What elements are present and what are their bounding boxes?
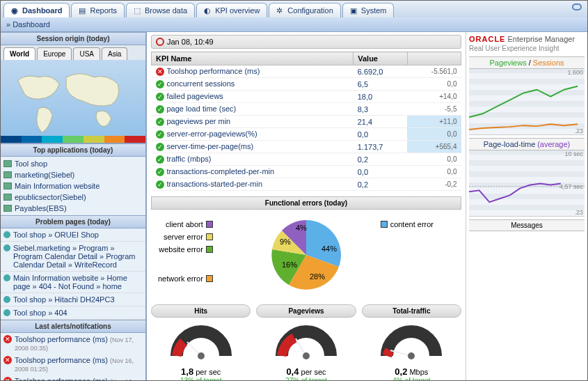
kpi-row[interactable]: ✓pageviews per min21,4+11,0 <box>152 116 461 128</box>
svg-text:4%: 4% <box>296 224 307 232</box>
kpi-row[interactable]: ✓page load time (sec)8,3-5,5 <box>152 103 461 116</box>
svg-text:9%: 9% <box>280 238 291 246</box>
page-icon <box>3 244 10 251</box>
dashboard-icon: ◉ <box>11 6 19 15</box>
tab-kpi[interactable]: ◐KPI overview <box>196 3 267 17</box>
kpi-table: KPI NameValue ✕Toolshop performance (ms)… <box>151 52 461 191</box>
gauge-pageviews[interactable]: Pageviews 0,4 per sec 27% of target <box>256 304 356 381</box>
kpi-col-name[interactable]: KPI Name <box>152 52 353 65</box>
config-icon: ✲ <box>276 6 285 15</box>
kpi-row[interactable]: ✓failed pageviews18,0+14,0 <box>152 91 461 103</box>
page-icon <box>3 309 10 316</box>
brand-sub: Real User Experience Insight <box>469 45 585 52</box>
alert-item[interactable]: ✕Toolshop performance (ms) (Nov 16, 2008… <box>1 375 145 381</box>
kpi-row[interactable]: ✓transactions-started-per-min0,2-0,2 <box>152 178 461 191</box>
tab-system[interactable]: ▣System <box>342 3 395 17</box>
functional-errors-header: Functional errors (today) <box>151 196 461 210</box>
problem-item[interactable]: Tool shop » ORUEI Shop <box>1 228 145 242</box>
ok-icon: ✓ <box>156 155 164 164</box>
main-tabs: ◉Dashboard ▤Reports ⬚Browse data ◐KPI ov… <box>1 1 587 17</box>
error-icon: ✕ <box>3 377 12 381</box>
map-tab-europe[interactable]: Europe <box>37 47 72 60</box>
kpi-col-value[interactable]: Value <box>353 52 407 65</box>
pie-legend-left: client abort server error website error … <box>158 220 213 287</box>
world-map[interactable] <box>1 60 145 143</box>
kpi-row[interactable]: ✓traffic (mbps)0,20,0 <box>152 153 461 166</box>
alert-item[interactable]: ✕Toolshop performance (ms) (Nov 17, 2008… <box>1 333 145 354</box>
spark1-chart[interactable]: 1.600 .23 <box>469 69 585 135</box>
kpi-row[interactable]: ✓server-error-pageviews(%)0,00,0 <box>152 128 461 141</box>
gauges-row: Hits 1,8 per sec 13% of target Pageviews… <box>151 304 461 381</box>
problem-item[interactable]: Tool shop » Hitachi DH24PC3 <box>1 293 145 306</box>
pie-legend-right: content error <box>381 220 434 228</box>
ok-icon: ✓ <box>156 80 164 88</box>
ok-icon: ✓ <box>156 143 164 151</box>
top-apps-header: Top applications (today) <box>1 143 145 157</box>
problem-pages-header: Problem pages (today) <box>1 215 145 228</box>
app-icon <box>3 205 12 212</box>
spark1-header: Pageviews / Sessions <box>469 56 585 69</box>
tab-config[interactable]: ✲Configuration <box>269 3 340 17</box>
kpi-row[interactable]: ✓concurrent sessions6,50,0 <box>152 78 461 91</box>
ok-icon: ✓ <box>156 168 164 176</box>
svg-text:28%: 28% <box>310 272 325 281</box>
app-icon <box>3 160 12 167</box>
app-icon <box>3 194 12 201</box>
system-icon: ▣ <box>350 6 358 15</box>
kpi-row[interactable]: ✓server-time-per-page(ms)1.173,7+565,4 <box>152 141 461 153</box>
app-item[interactable]: Main Information website <box>3 180 143 192</box>
app-item[interactable]: Tool shop <box>3 158 143 169</box>
timestamp-bar: Jan 08, 10:49 <box>151 35 461 49</box>
session-origin-header: Session origin (today) <box>1 32 145 45</box>
tab-reports[interactable]: ▤Reports <box>71 3 125 17</box>
spark2-chart[interactable]: 10 sec 4,57 sec .23 <box>469 150 585 217</box>
ok-icon: ✓ <box>156 105 164 114</box>
messages-header: Messages <box>469 219 585 231</box>
svg-point-6 <box>198 352 205 359</box>
error-icon: ✕ <box>3 356 12 364</box>
error-icon: ✕ <box>3 335 12 343</box>
app-item[interactable]: epublicsector(Siebel) <box>3 192 143 203</box>
svg-text:44%: 44% <box>321 244 337 253</box>
spark2-header: Page-load-time (average) <box>469 138 585 150</box>
map-tab-asia[interactable]: Asia <box>102 47 127 60</box>
alerts-header: Last alerts/notifcations <box>1 320 145 333</box>
app-icon <box>3 182 12 189</box>
tab-browse[interactable]: ⬚Browse data <box>126 3 195 17</box>
kpi-icon: ◐ <box>204 6 212 15</box>
problem-item[interactable]: Main Information website » Home page » 4… <box>1 272 145 293</box>
ok-icon: ✓ <box>156 180 164 189</box>
ok-icon: ✓ <box>156 118 164 126</box>
pie-chart[interactable]: client abort server error website error … <box>151 210 461 300</box>
breadcrumb: » Dashboard <box>1 17 587 32</box>
kpi-row[interactable]: ✓transactions-completed-per-min0,00,0 <box>152 166 461 178</box>
tab-dashboard[interactable]: ◉Dashboard <box>3 3 70 17</box>
map-tabs: World Europe USA Asia <box>1 45 145 60</box>
app-item[interactable]: marketing(Siebel) <box>3 169 143 180</box>
timestamp-text: Jan 08, 10:49 <box>167 38 214 46</box>
app-item[interactable]: Payables(EBS) <box>3 203 143 214</box>
kpi-row[interactable]: ✕Toolshop performance (ms)6.692,0-5.561,… <box>152 65 461 78</box>
problem-item[interactable]: Siebel.marketing » Program » Program Cal… <box>1 242 145 272</box>
ok-icon: ✓ <box>156 130 164 139</box>
page-icon <box>3 274 10 281</box>
gauge-hits[interactable]: Hits 1,8 per sec 13% of target <box>151 304 251 381</box>
app-icon <box>3 171 12 178</box>
sidebar: Session origin (today) World Europe USA … <box>1 32 147 381</box>
brand: ORACLE Enterprise Manager <box>469 35 585 43</box>
problem-item[interactable]: Tool shop » 404 <box>1 306 145 320</box>
app-list: Tool shop marketing(Siebel) Main Informa… <box>1 157 145 215</box>
reports-icon: ▤ <box>79 6 87 15</box>
gauge-traffic[interactable]: Total-traffic 0,2 Mbps 4% of target <box>362 304 461 381</box>
clock-icon <box>156 38 164 46</box>
pill-icon <box>572 3 582 10</box>
alert-item[interactable]: ✕Toolshop performance (ms) (Nov 16, 2008… <box>1 354 145 375</box>
svg-point-10 <box>408 352 415 359</box>
problem-list: Tool shop » ORUEI Shop Siebel.marketing … <box>1 228 145 320</box>
error-icon: ✕ <box>156 68 164 76</box>
page-icon <box>3 296 10 303</box>
svg-point-8 <box>303 352 310 359</box>
map-tab-world[interactable]: World <box>3 47 35 60</box>
right-column: ORACLE Enterprise Manager Real User Expe… <box>466 32 587 381</box>
map-tab-usa[interactable]: USA <box>73 47 100 60</box>
